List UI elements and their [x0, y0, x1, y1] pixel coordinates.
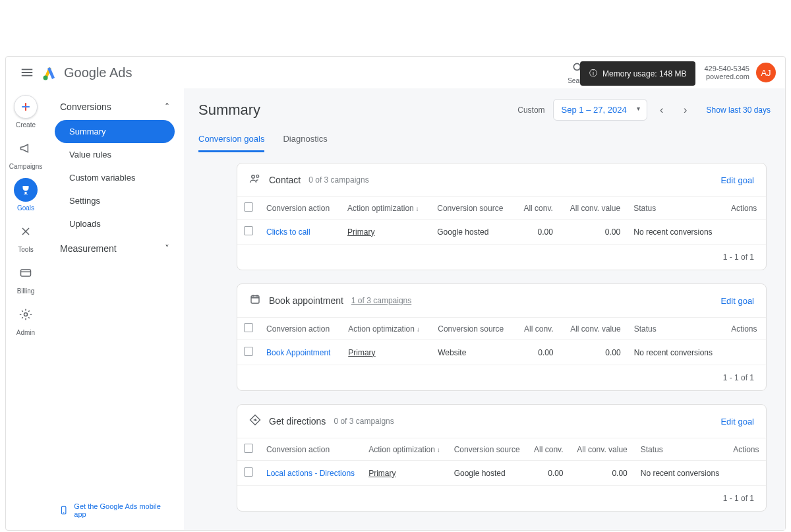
- rail-billing[interactable]: Billing: [14, 261, 38, 295]
- svg-point-4: [24, 313, 28, 316]
- table-row: Local actions - DirectionsPrimaryGoogle …: [237, 461, 766, 486]
- col-optimization[interactable]: Action optimization: [362, 438, 447, 461]
- select-all-checkbox[interactable]: [244, 202, 253, 212]
- date-picker[interactable]: Sep 1 – 27, 2024: [553, 99, 647, 121]
- col-action[interactable]: Conversion action: [260, 197, 341, 220]
- subnav-uploads[interactable]: Uploads: [55, 212, 175, 235]
- col-actions[interactable]: Actions: [724, 318, 766, 340]
- subnav-custom-variables[interactable]: Custom variables: [55, 166, 175, 189]
- tab-diagnostics[interactable]: Diagnostics: [283, 127, 327, 152]
- date-custom-label: Custom: [517, 105, 544, 115]
- svg-point-1: [573, 63, 580, 70]
- card-header: Contact0 of 3 campaignsEdit goal: [237, 163, 766, 196]
- cell-opt: Primary: [341, 340, 431, 365]
- row-checkbox[interactable]: [244, 347, 253, 356]
- left-rail: Create Campaigns Goals Tools: [6, 88, 45, 530]
- main: Summary Custom Sep 1 – 27, 2024 ‹ › Show…: [184, 88, 785, 530]
- cell-val: 0.00: [570, 461, 634, 486]
- table-header-row: Conversion actionAction optimizationConv…: [237, 318, 766, 340]
- select-all-checkbox[interactable]: [244, 444, 253, 453]
- brand-text: Google Ads: [64, 65, 132, 80]
- body: Create Campaigns Goals Tools: [6, 88, 785, 530]
- cell-action[interactable]: Local actions - Directions: [260, 461, 362, 486]
- select-all-checkbox[interactable]: [244, 323, 253, 332]
- calendar-icon: [249, 293, 261, 308]
- row-checkbox[interactable]: [244, 226, 253, 235]
- goal-card: Get directions0 of 3 campaignsEdit goalC…: [237, 404, 767, 512]
- google-ads-icon: [42, 65, 57, 80]
- row-count: 1 - 1 of 1: [237, 486, 766, 511]
- col-all_conv_value[interactable]: All conv. value: [560, 197, 627, 220]
- cell-action[interactable]: Book Appointment: [260, 340, 341, 365]
- cell-status: No recent conversions: [634, 461, 726, 486]
- col-status[interactable]: Status: [627, 197, 724, 220]
- col-optimization[interactable]: Action optimization: [341, 197, 430, 220]
- edit-goal-link[interactable]: Edit goal: [720, 175, 754, 185]
- megaphone-icon: [14, 136, 38, 160]
- tabs: Conversion goals Diagnostics: [184, 125, 785, 152]
- cell-action[interactable]: Clicks to call: [260, 220, 341, 245]
- date-next[interactable]: ›: [676, 101, 695, 119]
- rail-tools[interactable]: Tools: [14, 220, 38, 253]
- tab-conversion-goals[interactable]: Conversion goals: [198, 127, 264, 152]
- conversion-table: Conversion actionAction optimizationConv…: [237, 438, 766, 486]
- col-actions[interactable]: Actions: [726, 438, 766, 461]
- cell-actions: [726, 461, 766, 486]
- edit-goal-link[interactable]: Edit goal: [720, 296, 754, 306]
- account-domain: powered.com: [706, 73, 749, 80]
- subnav-value-rules[interactable]: Value rules: [55, 143, 175, 166]
- col-optimization[interactable]: Action optimization: [341, 318, 431, 340]
- show-last-30[interactable]: Show last 30 days: [707, 105, 771, 115]
- goal-card: Book appointment1 of 3 campaignsEdit goa…: [237, 283, 767, 391]
- daterange: Custom Sep 1 – 27, 2024 ‹ › Show last 30…: [517, 99, 771, 121]
- card-title: Contact: [269, 175, 301, 185]
- menu-button[interactable]: [15, 61, 39, 84]
- svg-point-7: [256, 175, 259, 177]
- rail-goals[interactable]: Goals: [14, 178, 38, 212]
- col-status[interactable]: Status: [634, 438, 726, 461]
- col-status[interactable]: Status: [628, 318, 725, 340]
- cell-status: No recent conversions: [628, 340, 725, 365]
- date-prev[interactable]: ‹: [653, 101, 671, 119]
- hamburger-icon: [20, 65, 34, 80]
- col-action[interactable]: Conversion action: [260, 438, 362, 461]
- chevron-down-icon: ˅: [165, 243, 169, 254]
- svg-point-0: [44, 76, 48, 80]
- subnav: Conversions ˄ Summary Value rules Custom…: [45, 88, 184, 530]
- subnav-promo[interactable]: Get the Google Ads mobile app: [55, 496, 175, 525]
- col-source[interactable]: Conversion source: [448, 438, 527, 461]
- subnav-settings[interactable]: Settings: [55, 189, 175, 212]
- logo[interactable]: Google Ads: [42, 65, 132, 80]
- edit-goal-link[interactable]: Edit goal: [720, 417, 754, 427]
- memory-overlay: Memory usage: 148 MB: [580, 61, 695, 86]
- cell-source: Google hosted: [448, 461, 527, 486]
- col-actions[interactable]: Actions: [724, 197, 766, 220]
- rail-create[interactable]: Create: [14, 95, 38, 129]
- row-checkbox[interactable]: [244, 467, 253, 477]
- col-all_conv[interactable]: All conv.: [515, 197, 560, 220]
- rail-campaigns[interactable]: Campaigns: [9, 136, 43, 170]
- goal-card: Contact0 of 3 campaignsEdit goalConversi…: [237, 163, 767, 270]
- col-source[interactable]: Conversion source: [430, 197, 514, 220]
- subnav-summary[interactable]: Summary: [55, 120, 175, 143]
- subnav-conversions[interactable]: Conversions ˄: [55, 94, 175, 120]
- cell-opt: Primary: [362, 461, 447, 486]
- avatar[interactable]: AJ: [756, 63, 776, 82]
- table-row: Clicks to callPrimaryGoogle hosted0.000.…: [237, 220, 766, 245]
- col-all_conv[interactable]: All conv.: [515, 318, 560, 340]
- cell-status: No recent conversions: [627, 220, 724, 245]
- rail-admin[interactable]: Admin: [14, 303, 38, 336]
- svg-point-6: [252, 175, 255, 179]
- account-id: 429-540-5345: [704, 65, 749, 73]
- col-all_conv_value[interactable]: All conv. value: [570, 438, 634, 461]
- cell-val: 0.00: [560, 340, 628, 365]
- table-row: Book AppointmentPrimaryWebsite0.000.00No…: [237, 340, 766, 365]
- col-action[interactable]: Conversion action: [260, 318, 341, 340]
- col-all_conv_value[interactable]: All conv. value: [560, 318, 628, 340]
- col-all_conv[interactable]: All conv.: [527, 438, 570, 461]
- table-header-row: Conversion actionAction optimizationConv…: [237, 438, 766, 461]
- card-subtitle: 1 of 3 campaigns: [351, 296, 411, 305]
- col-source[interactable]: Conversion source: [431, 318, 515, 340]
- row-count: 1 - 1 of 1: [237, 245, 766, 270]
- subnav-measurement[interactable]: Measurement ˅: [55, 235, 175, 262]
